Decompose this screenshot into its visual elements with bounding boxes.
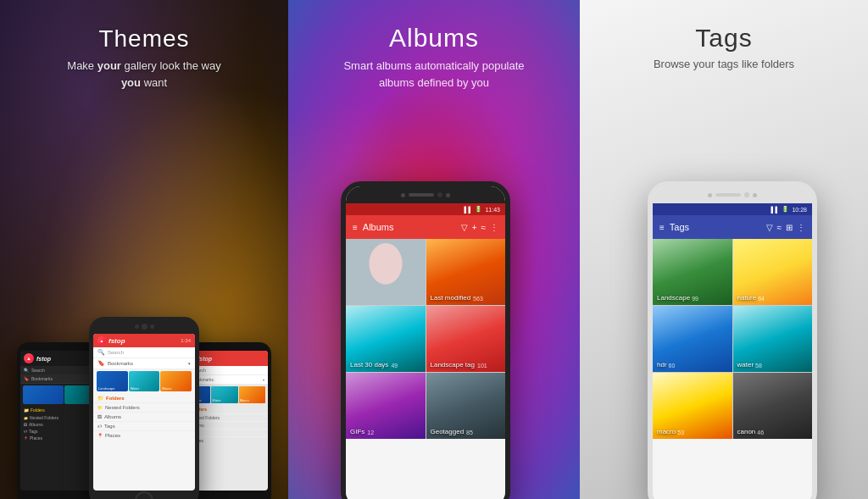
album-cell-geotagged: Geotagged 85 [426,373,506,439]
tag-count-landscape: 99 [692,296,698,302]
add-icon: + [472,223,477,232]
tag-label-landscape: Landscape [657,294,690,302]
tag-label-canon: canon [737,428,756,435]
tags-app-bar: ≡ Tags ▽ ≈ ⊞ ⋮ [653,215,812,239]
tags-section: Tags Browse your tags like folders ▌▌ 🔋 … [580,0,868,499]
phone-sensor [150,324,154,329]
tags-phone-top [653,186,812,203]
tag-count-water: 58 [755,363,762,369]
phone-top-bar [89,317,199,332]
albums-subtitle: Smart albums automatically populatealbum… [288,58,580,91]
tag-count-nature: 64 [758,296,765,302]
tag-label-macro: macro [657,428,676,435]
tags-subtitle: Browse your tags like folders [580,58,868,70]
albums-menu-icon: ≡ [353,223,358,232]
tags-filter-icon: ▽ [766,223,773,232]
tag-cell-nature: nature 64 [733,239,813,305]
albums-status-bar: ▌▌ 🔋 11:43 [346,203,505,215]
album-count-gifs: 12 [367,430,374,435]
albums-status-signal: ▌▌ [465,207,473,213]
album-cell-lastmod: Last modified 563 [426,239,506,305]
tags-status-bar: ▌▌ 🔋 10:28 [653,203,812,215]
album-label-lastmod: Last modified [431,294,471,302]
tag-label-water: water [737,361,754,369]
albums-phone-dot-right [446,193,450,197]
tags-grid: Landscape 99 nature 64 hdr 60 [653,239,812,439]
themes-title: Themes [0,25,288,53]
album-label-last30: Last 30 days [350,361,388,369]
tags-phone: ▌▌ 🔋 10:28 ≡ Tags ▽ ≈ ⊞ ⋮ [648,181,817,499]
tags-title: Tags [580,24,868,53]
tag-cell-water: water 58 [733,306,813,372]
album-count-toprated: 23 [381,296,387,302]
album-cell-last30: Last 30 days 49 [346,306,426,372]
phones-container: ▲ fstop 🔍Search 🔖Bookmarks 📁Folders [8,152,280,499]
album-count-geotagged: 85 [466,430,473,435]
albums-app-title: Albums [363,222,456,232]
themes-section: Themes Make your gallery look the wayyou… [0,0,288,499]
themes-subtitle: Make your gallery look the wayyou want [0,58,288,91]
album-cell-gifs: GIFs 12 [346,373,426,439]
albums-phone-top [346,186,505,203]
album-label-landscape: Landscape tag [431,361,476,369]
albums-app-bar: ≡ Albums ▽ + ≈ ⋮ [346,215,505,239]
albums-content: Albums Smart albums automatically popula… [288,0,580,91]
tags-screen: ▌▌ 🔋 10:28 ≡ Tags ▽ ≈ ⊞ ⋮ [653,203,812,499]
tags-phone-camera [744,192,749,197]
tags-status-signal: ▌▌ [771,207,780,213]
tag-label-nature: nature [737,294,757,302]
tags-phone-speaker [715,193,741,197]
albums-status-time: 11:43 [485,207,500,213]
tags-sort-icon: ≈ [777,223,782,232]
albums-phone-dot-left [401,193,405,197]
tags-phone-dot-right [753,193,757,197]
tag-cell-landscape: Landscape 99 [653,239,732,305]
tags-content: Tags Browse your tags like folders [580,0,868,70]
album-count-last30: 49 [391,363,398,369]
tags-grid-icon: ⊞ [786,223,793,232]
filter-icon: ▽ [461,223,468,232]
tags-status-battery: 🔋 [782,206,789,213]
albums-phone: ▌▌ 🔋 11:43 ≡ Albums ▽ + ≈ ⋮ [341,181,510,499]
album-cell-landscape: Landscape tag 101 [426,306,506,372]
more-icon: ⋮ [490,223,498,232]
phone-bottom-bar [89,494,199,499]
albums-grid: Top rated 23 Last modified 563 Last 30 d… [346,239,505,439]
albums-screen: ▌▌ 🔋 11:43 ≡ Albums ▽ + ≈ ⋮ [346,203,505,499]
albums-phone-camera [437,192,442,197]
albums-title: Albums [288,24,580,53]
album-label-toprated: Top rated [350,294,378,302]
album-label-gifs: GIFs [350,428,364,435]
tag-count-macro: 53 [677,430,684,435]
phone-camera [142,324,147,330]
albums-toolbar-icons: ▽ + ≈ ⋮ [461,223,498,232]
phone-front-theme: ▲ fstop 1:34 🔍Search 🔖Bookmarks ▾ Landsc… [89,317,199,499]
tag-count-canon: 46 [757,430,764,435]
tag-label-hdr: hdr [657,361,667,369]
tags-phone-dot-left [708,193,712,197]
sort-icon: ≈ [481,223,487,232]
albums-section: Albums Smart albums automatically popula… [288,0,580,499]
tag-cell-hdr: hdr 60 [653,306,732,372]
tags-toolbar-icons: ▽ ≈ ⊞ ⋮ [766,223,806,232]
phone-home-button [135,491,153,499]
themes-content: Themes Make your gallery look the wayyou… [0,0,288,91]
tag-cell-macro: macro 53 [653,373,732,439]
tags-more-icon: ⋮ [797,223,805,232]
tags-status-time: 10:28 [792,207,807,213]
phone-speaker [135,324,139,329]
albums-status-battery: 🔋 [475,206,482,213]
album-count-landscape: 101 [477,363,487,369]
albums-phone-speaker [409,193,434,197]
tag-cell-canon: canon 46 [733,373,813,439]
albums-phone-wrapper: ▌▌ 🔋 11:43 ≡ Albums ▽ + ≈ ⋮ [341,181,510,499]
tags-phone-wrapper: ▌▌ 🔋 10:28 ≡ Tags ▽ ≈ ⊞ ⋮ [648,181,817,499]
album-label-geotagged: Geotagged [431,428,465,435]
album-cell-toprated: Top rated 23 [346,239,426,305]
tags-app-title: Tags [670,222,761,232]
phone-front-screen: ▲ fstop 1:34 🔍Search 🔖Bookmarks ▾ Landsc… [93,334,195,491]
album-count-lastmod: 563 [473,296,483,302]
tags-menu-icon: ≡ [659,223,665,232]
tag-count-hdr: 60 [669,363,676,369]
